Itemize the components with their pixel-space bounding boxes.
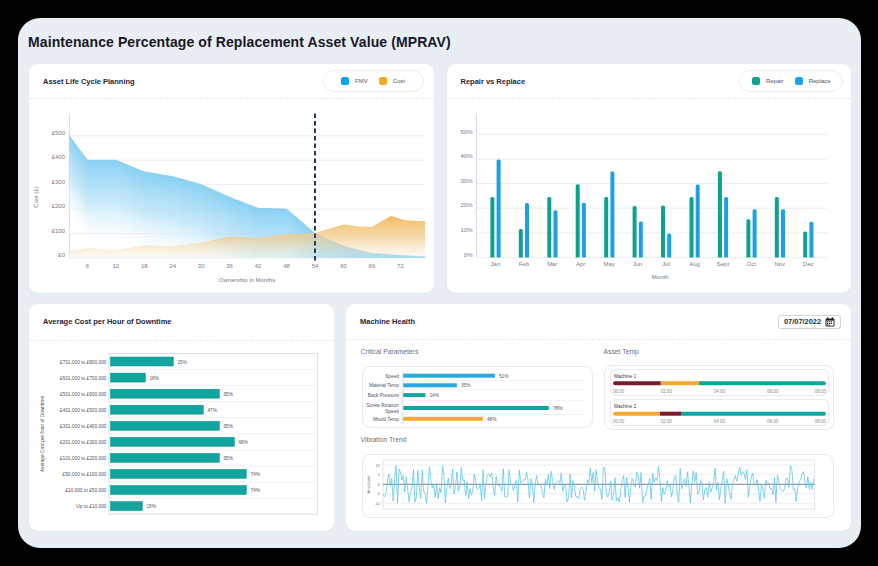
- svg-text:18: 18: [141, 263, 148, 269]
- svg-text:54: 54: [312, 263, 319, 269]
- svg-text:£10,000 to £50,000: £10,000 to £50,000: [65, 488, 107, 493]
- svg-text:60: 60: [340, 263, 347, 269]
- svg-text:£100: £100: [52, 227, 66, 233]
- svg-text:00:00: 00:00: [613, 419, 625, 424]
- svg-text:25%: 25%: [177, 360, 187, 365]
- svg-text:Dec: Dec: [802, 260, 813, 266]
- svg-text:-10: -10: [374, 501, 381, 506]
- svg-text:74%: 74%: [250, 472, 260, 477]
- svg-text:04:00: 04:00: [714, 419, 726, 424]
- svg-text:0: 0: [378, 482, 381, 487]
- svg-text:5: 5: [378, 472, 381, 477]
- svg-text:65%: 65%: [223, 392, 233, 397]
- svg-text:Oct: Oct: [746, 260, 756, 266]
- svg-text:18%: 18%: [149, 376, 159, 381]
- svg-text:£301,000 to £400,000: £301,000 to £400,000: [60, 424, 107, 429]
- svg-text:Cost (£): Cost (£): [33, 186, 39, 207]
- svg-text:48%: 48%: [487, 417, 497, 422]
- svg-text:48: 48: [283, 263, 290, 269]
- svg-text:08:00: 08:00: [815, 419, 827, 424]
- svg-text:04:00: 04:00: [714, 389, 726, 394]
- svg-text:30%: 30%: [460, 177, 473, 183]
- svg-text:72: 72: [397, 263, 404, 269]
- svg-text:Aug: Aug: [689, 260, 700, 266]
- svg-text:£50,000 to £100,000: £50,000 to £100,000: [62, 472, 106, 477]
- svg-text:-5: -5: [376, 491, 380, 496]
- svg-text:12: 12: [112, 263, 119, 269]
- svg-text:Jan: Jan: [490, 260, 500, 266]
- svg-text:02:00: 02:00: [661, 389, 673, 394]
- svg-text:£601,000 to £700,000: £601,000 to £700,000: [60, 376, 107, 381]
- svg-text:Apr: Apr: [576, 260, 585, 266]
- svg-text:20%: 20%: [460, 202, 473, 208]
- svg-text:42: 42: [255, 263, 262, 269]
- svg-text:Sept: Sept: [716, 260, 729, 266]
- svg-text:Month: Month: [651, 273, 668, 279]
- svg-text:£201,000 to £300,000: £201,000 to £300,000: [60, 440, 107, 445]
- svg-text:24: 24: [169, 263, 176, 269]
- svg-text:Average Cost per hour of Downt: Average Cost per hour of Downtime: [40, 396, 45, 472]
- svg-text:40%: 40%: [460, 153, 473, 159]
- svg-text:£300: £300: [52, 178, 66, 184]
- svg-text:Machine 1: Machine 1: [614, 374, 636, 379]
- svg-text:Feb: Feb: [518, 260, 529, 266]
- svg-text:Mar: Mar: [547, 260, 557, 266]
- svg-text:08:00: 08:00: [815, 389, 827, 394]
- svg-text:65%: 65%: [223, 456, 233, 461]
- svg-text:00:00: 00:00: [613, 389, 625, 394]
- svg-text:Jun: Jun: [632, 260, 642, 266]
- svg-text:£701,000 to £800,000: £701,000 to £800,000: [60, 360, 107, 365]
- svg-text:66: 66: [369, 263, 376, 269]
- svg-text:Machine 2: Machine 2: [614, 404, 636, 409]
- svg-text:Amplitude: Amplitude: [366, 475, 371, 494]
- svg-text:£200: £200: [52, 203, 66, 209]
- svg-text:6: 6: [86, 263, 90, 269]
- svg-text:0%: 0%: [463, 251, 472, 257]
- svg-text:15%: 15%: [146, 504, 156, 509]
- svg-text:£401,000 to £500,000: £401,000 to £500,000: [60, 408, 107, 413]
- svg-text:10: 10: [376, 463, 381, 468]
- svg-text:Back Pressure: Back Pressure: [368, 393, 400, 398]
- svg-text:£0: £0: [58, 252, 65, 258]
- svg-text:Material Temp: Material Temp: [369, 383, 399, 388]
- svg-text:36: 36: [226, 263, 233, 269]
- svg-text:Up to £10,000: Up to £10,000: [76, 504, 106, 509]
- svg-text:06:00: 06:00: [767, 389, 779, 394]
- svg-text:Nov: Nov: [774, 260, 785, 266]
- svg-text:30: 30: [198, 263, 205, 269]
- svg-text:78%: 78%: [553, 406, 563, 411]
- svg-text:£500: £500: [52, 130, 66, 136]
- svg-text:Mould Temp: Mould Temp: [373, 417, 399, 422]
- svg-text:May: May: [603, 260, 614, 266]
- svg-text:06:00: 06:00: [767, 419, 779, 424]
- svg-text:£501,000 to £600,000: £501,000 to £600,000: [60, 392, 107, 397]
- svg-text:35%: 35%: [461, 383, 471, 388]
- svg-text:65%: 65%: [223, 424, 233, 429]
- svg-text:50%: 50%: [460, 128, 473, 134]
- svg-text:68%: 68%: [238, 440, 248, 445]
- svg-text:10%: 10%: [460, 227, 473, 233]
- svg-text:Screw Rotation: Screw Rotation: [366, 403, 399, 408]
- svg-text:02:00: 02:00: [661, 419, 673, 424]
- svg-text:74%: 74%: [250, 488, 260, 493]
- svg-text:Speed: Speed: [385, 409, 399, 414]
- svg-text:Ownership in Months: Ownership in Months: [219, 276, 275, 282]
- svg-text:47%: 47%: [207, 408, 217, 413]
- svg-text:51%: 51%: [499, 374, 509, 379]
- svg-text:Jul: Jul: [662, 260, 670, 266]
- svg-text:£101,000 to £200,000: £101,000 to £200,000: [60, 456, 107, 461]
- svg-text:Speed: Speed: [385, 374, 399, 379]
- svg-text:£400: £400: [52, 154, 66, 160]
- svg-text:14%: 14%: [429, 393, 439, 398]
